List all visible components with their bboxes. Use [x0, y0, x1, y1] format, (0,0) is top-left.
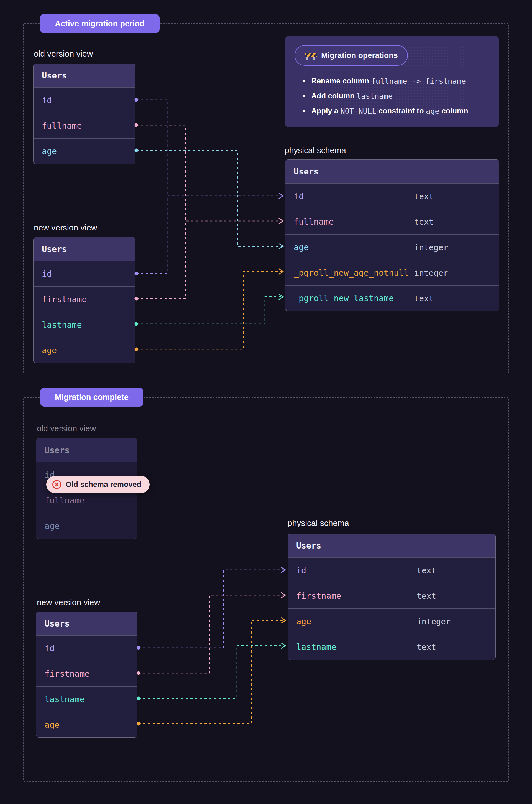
column-name: id: [294, 191, 304, 201]
table-title: Users: [34, 237, 135, 261]
table-row: fullname text: [285, 209, 499, 234]
column-type: text: [417, 591, 436, 601]
table-title: Users: [285, 160, 499, 183]
old-version-view-label: old version view: [34, 49, 93, 59]
physical-schema-label-complete: physical schema: [288, 518, 349, 528]
table-row: firstname: [34, 287, 135, 312]
column-name: fullname: [42, 121, 82, 131]
migration-complete-badge: Migration complete: [40, 388, 143, 406]
column-name: lastname: [296, 642, 336, 652]
column-type: integer: [414, 243, 448, 252]
table-row: lastname: [36, 687, 137, 712]
table-title: Users: [34, 64, 135, 87]
column-type: text: [417, 566, 436, 575]
column-name: age: [42, 346, 57, 355]
construction-icon: [305, 51, 317, 60]
column-name: id: [42, 95, 52, 105]
column-name: age: [294, 242, 309, 252]
column-name: firstname: [42, 294, 87, 304]
old-version-view-table: Users id fullname age: [33, 63, 135, 164]
column-name: id: [44, 643, 55, 653]
column-name: id: [296, 566, 306, 575]
table-row: id text: [285, 183, 499, 209]
table-row: lastname: [34, 312, 135, 337]
column-name: lastname: [44, 694, 85, 704]
column-name: firstname: [296, 591, 341, 601]
migration-operations-panel: Migration operations •Rename column full…: [285, 36, 499, 127]
circle-x-icon: [52, 479, 62, 490]
column-name: id: [42, 269, 52, 279]
table-row: firstname: [36, 661, 137, 687]
column-type: text: [414, 217, 434, 226]
table-row: id: [34, 87, 135, 113]
table-row: age: [34, 139, 135, 164]
table-row: _pgroll_new_lastname text: [285, 286, 499, 311]
migration-operations-header: Migration operations: [294, 45, 408, 66]
column-type: integer: [417, 617, 451, 626]
column-name: fullname: [44, 496, 85, 505]
migration-operation-item: •Add column lastname: [302, 89, 468, 104]
new-version-view-table: Users id firstname lastname age: [33, 237, 135, 363]
table-row: lastname text: [288, 634, 495, 659]
table-row: _pgroll_new_age_notnull integer: [285, 260, 499, 286]
new-version-view-label: new version view: [34, 223, 97, 233]
column-name: _pgroll_new_lastname: [294, 293, 394, 303]
migration-operation-item: •Rename column fullname -> firstname: [302, 73, 468, 89]
table-title: Users: [36, 612, 137, 635]
column-name: _pgroll_new_age_notnull: [294, 268, 409, 278]
column-type: text: [417, 642, 436, 652]
table-row: age: [34, 337, 135, 363]
column-name: age: [44, 720, 60, 730]
column-name: lastname: [42, 320, 82, 330]
column-type: text: [414, 191, 434, 201]
table-row: fullname: [34, 113, 135, 139]
table-row: age integer: [288, 608, 495, 634]
column-name: age: [42, 146, 57, 156]
table-row: age: [36, 712, 137, 737]
table-row: age: [36, 513, 137, 538]
column-name: age: [44, 521, 60, 531]
table-row: age integer: [285, 234, 499, 260]
old-schema-removed-text: Old schema removed: [66, 480, 141, 489]
active-migration-badge: Active migration period: [40, 14, 159, 33]
table-row: id: [34, 261, 135, 287]
old-schema-removed-badge: Old schema removed: [46, 476, 150, 493]
column-name: firstname: [44, 669, 90, 679]
old-version-view-label-removed: old version view: [37, 423, 96, 434]
column-name: fullname: [294, 217, 334, 226]
table-row: firstname text: [288, 583, 495, 608]
new-version-view-table-complete: Users id firstname lastname age: [36, 611, 137, 738]
column-name: age: [296, 617, 311, 626]
table-title: Users: [36, 438, 137, 462]
table-title: Users: [288, 534, 495, 558]
migration-operations-list: •Rename column fullname -> firstname•Add…: [302, 73, 468, 118]
migration-operation-item: •Apply a NOT NULL constraint to age colu…: [302, 104, 468, 118]
migration-diagram: Active migration period old version view…: [0, 0, 532, 804]
physical-schema-table-complete: Users id text firstname text age integer…: [288, 534, 496, 660]
physical-schema-table: Users id text fullname text age integer …: [285, 160, 499, 311]
physical-schema-label: physical schema: [285, 145, 346, 155]
migration-operations-title: Migration operations: [321, 51, 398, 60]
table-row: id text: [288, 558, 495, 583]
table-row: id: [36, 635, 137, 661]
new-version-view-label-complete: new version view: [37, 597, 100, 607]
column-type: integer: [414, 268, 448, 278]
column-type: text: [414, 294, 434, 303]
